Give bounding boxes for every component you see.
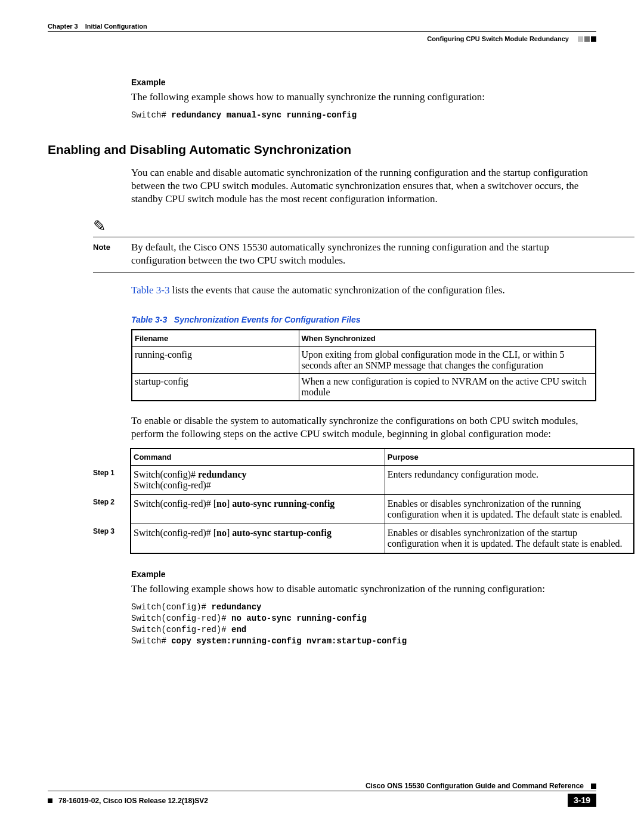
cmd-text: Switch(config-red)#: [134, 480, 211, 490]
cli-prompt: Switch#: [131, 636, 171, 646]
footer-doc-id: 78-16019-02, Cisco IOS Release 12.2(18)S…: [58, 797, 208, 805]
header-squares-icon: [577, 36, 596, 43]
cell-purpose: Enters redundancy configuration mode.: [385, 465, 634, 494]
table-header-filename: Filename: [132, 330, 299, 347]
paragraph-3: To enable or disable the system to autom…: [131, 414, 596, 441]
cli-command: redundancy manual-sync running-config: [171, 110, 357, 120]
cli-prompt: Switch(config-red)#: [131, 614, 231, 623]
cell-command: Switch(config-red)# [no] auto-sync start…: [131, 524, 385, 553]
table-reference-link[interactable]: Table 3-3: [131, 284, 169, 296]
cli-prompt: Switch(config)#: [131, 602, 211, 612]
footer-square-icon: [591, 784, 596, 789]
pencil-icon: ✎: [93, 219, 596, 234]
cmd-text: ]: [227, 528, 232, 538]
cli-prompt: Switch#: [131, 110, 171, 120]
step-label: Step 2: [93, 494, 131, 524]
cell-command: Switch(config-red)# [no] auto-sync runni…: [131, 494, 385, 524]
cell-when: When a new configuration is copied to NV…: [299, 373, 596, 401]
table-header-when: When Synchronized: [299, 330, 596, 347]
cmd-bold: auto-sync startup-config: [232, 528, 332, 538]
chapter-number: Chapter 3: [48, 23, 78, 30]
steps-table: Command Purpose Step 1 Switch(config)# r…: [93, 448, 634, 554]
cli-command: no auto-sync running-config: [231, 614, 367, 623]
step-label: Step 3: [93, 524, 131, 553]
table-row: startup-config When a new configuration …: [132, 373, 596, 401]
footer-rule: [48, 791, 596, 791]
note-rule-top: [93, 237, 634, 237]
cli-command: redundancy: [211, 602, 261, 612]
content: Example The following example shows how …: [131, 78, 596, 646]
cli-example-block: Switch(config)# redundancy Switch(config…: [131, 602, 596, 647]
page: Chapter 3 Initial Configuration Configur…: [0, 0, 644, 833]
cell-purpose: Enables or disables synchronization of t…: [385, 494, 634, 524]
cmd-text: ]: [227, 498, 232, 509]
note-rule-bottom: [93, 272, 634, 273]
blank-cell: [93, 448, 131, 466]
table-caption-title: Synchronization Events for Configuration…: [174, 315, 361, 324]
cell-filename: running-config: [132, 346, 299, 373]
cell-purpose: Enables or disables synchronization of t…: [385, 524, 634, 553]
cmd-bold: auto-sync running-config: [232, 498, 335, 509]
paragraph-2-rest: lists the events that cause the automati…: [169, 284, 504, 296]
cell-filename: startup-config: [132, 373, 299, 401]
cmd-bold: redundancy: [198, 469, 247, 479]
cmd-text: Switch(config-red)# [: [134, 498, 216, 509]
example-heading: Example: [131, 78, 596, 87]
table-row: Step 2 Switch(config-red)# [no] auto-syn…: [93, 494, 634, 524]
note-label: Note: [93, 241, 131, 252]
section-title: Configuring CPU Switch Module Redundancy: [48, 35, 596, 43]
table-row: Step 3 Switch(config-red)# [no] auto-syn…: [93, 524, 634, 553]
cli-example: Switch# redundancy manual-sync running-c…: [131, 110, 596, 121]
cmd-text: Switch(config)#: [134, 469, 198, 479]
header-rule: [48, 31, 596, 32]
section-title-text: Configuring CPU Switch Module Redundancy: [427, 35, 569, 42]
cmd-bold: no: [216, 498, 227, 509]
cmd-text: Switch(config-red)# [: [134, 528, 216, 538]
note-text: By default, the Cisco ONS 15530 automati…: [131, 241, 596, 267]
steps-table-wrap: Command Purpose Step 1 Switch(config)# r…: [93, 448, 596, 554]
cli-command: end: [231, 625, 246, 634]
cmd-bold: no: [216, 528, 227, 538]
chapter-title: Initial Configuration: [85, 23, 147, 30]
example-heading: Example: [131, 569, 596, 579]
footer-guide-title: Cisco ONS 15530 Configuration Guide and …: [366, 782, 584, 790]
paragraph-1: You can enable and disable automatic syn…: [131, 166, 596, 206]
running-header: Chapter 3 Initial Configuration: [48, 23, 596, 30]
table-caption-label: Table 3-3: [131, 315, 167, 324]
sync-events-table: Filename When Synchronized running-confi…: [131, 329, 596, 401]
example-intro: The following example shows how to disab…: [131, 583, 596, 596]
steps-header-purpose: Purpose: [385, 448, 634, 466]
table-row: Step 1 Switch(config)# redundancy Switch…: [93, 465, 634, 494]
cli-prompt: Switch(config-red)#: [131, 625, 231, 634]
paragraph-2: Table 3-3 lists the events that cause th…: [131, 284, 596, 297]
page-number: 3-19: [568, 794, 596, 807]
cell-when: Upon exiting from global configuration m…: [299, 346, 596, 373]
steps-header-command: Command: [131, 448, 385, 466]
page-footer: Cisco ONS 15530 Configuration Guide and …: [48, 780, 596, 807]
table-row: running-config Upon exiting from global …: [132, 346, 596, 373]
example-intro: The following example shows how to manua…: [131, 91, 596, 104]
table-caption: Table 3-3 Synchronization Events for Con…: [131, 315, 596, 324]
section-heading: Enabling and Disabling Automatic Synchro…: [48, 143, 596, 157]
note-block: ✎ Note By default, the Cisco ONS 15530 a…: [93, 219, 596, 272]
cli-command: copy system:running-config nvram:startup…: [171, 636, 407, 646]
cell-command: Switch(config)# redundancy Switch(config…: [131, 465, 385, 494]
step-label: Step 1: [93, 465, 131, 494]
footer-bar-icon: [48, 798, 52, 803]
